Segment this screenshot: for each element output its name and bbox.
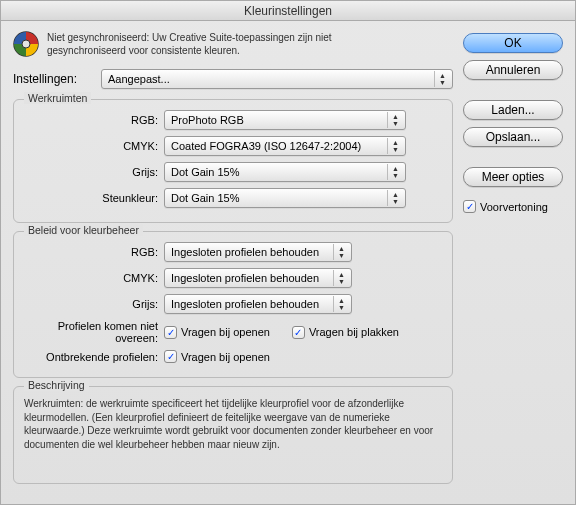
description-fieldset: Beschrijving Werkruimten: de werkruimte … xyxy=(13,386,453,484)
policy-rgb-label: RGB: xyxy=(24,246,158,258)
window-title: Kleurinstellingen xyxy=(1,1,575,21)
policy-cmyk-dropdown[interactable]: Ingesloten profielen behouden▲▼ xyxy=(164,268,352,288)
mismatch-label: Profielen komen niet overeen: xyxy=(24,320,158,344)
checkmark-icon: ✓ xyxy=(164,350,177,363)
left-column: Niet gesynchroniseerd: Uw Creative Suite… xyxy=(13,31,453,492)
checkmark-icon: ✓ xyxy=(292,326,305,339)
cmyk-dropdown[interactable]: Coated FOGRA39 (ISO 12647-2:2004)▲▼ xyxy=(164,136,406,156)
rgb-label: RGB: xyxy=(24,114,158,126)
settings-label: Instellingen: xyxy=(13,72,93,86)
policy-grijs-dropdown[interactable]: Ingesloten profielen behouden▲▼ xyxy=(164,294,352,314)
policy-cmyk-label: CMYK: xyxy=(24,272,158,284)
chevron-updown-icon: ▲▼ xyxy=(333,244,349,260)
policy-rgb-dropdown[interactable]: Ingesloten profielen behouden▲▼ xyxy=(164,242,352,262)
right-column: OK Annuleren Laden... Opslaan... Meer op… xyxy=(463,31,563,492)
policies-fieldset: Beleid voor kleurbeheer RGB: Ingesloten … xyxy=(13,231,453,378)
settings-value: Aangepast... xyxy=(108,73,170,85)
sync-warning: Niet gesynchroniseerd: Uw Creative Suite… xyxy=(13,31,453,59)
workspaces-legend: Werkruimten xyxy=(24,92,91,104)
description-text: Werkruimten: de werkruimte specificeert … xyxy=(24,397,442,451)
warning-text: Niet gesynchroniseerd: Uw Creative Suite… xyxy=(47,31,337,57)
ask-paste-checkbox[interactable]: ✓Vragen bij plakken xyxy=(292,326,399,339)
chevron-updown-icon: ▲▼ xyxy=(434,71,450,87)
cancel-button[interactable]: Annuleren xyxy=(463,60,563,80)
missing-label: Ontbrekende profielen: xyxy=(24,351,158,363)
checkmark-icon: ✓ xyxy=(164,326,177,339)
preview-checkbox[interactable]: ✓Voorvertoning xyxy=(463,200,548,213)
color-settings-dialog: Kleurinstellingen Niet gesynchroniseerd:… xyxy=(0,0,576,505)
chevron-updown-icon: ▲▼ xyxy=(387,112,403,128)
grijs-label: Grijs: xyxy=(24,166,158,178)
warning-icon xyxy=(13,31,39,59)
policies-legend: Beleid voor kleurbeheer xyxy=(24,224,143,236)
description-legend: Beschrijving xyxy=(24,379,89,391)
cmyk-label: CMYK: xyxy=(24,140,158,152)
rgb-dropdown[interactable]: ProPhoto RGB▲▼ xyxy=(164,110,406,130)
ask-open-missing-checkbox[interactable]: ✓Vragen bij openen xyxy=(164,350,270,363)
settings-row: Instellingen: Aangepast... ▲▼ xyxy=(13,69,453,89)
chevron-updown-icon: ▲▼ xyxy=(333,270,349,286)
grijs-dropdown[interactable]: Dot Gain 15%▲▼ xyxy=(164,162,406,182)
load-button[interactable]: Laden... xyxy=(463,100,563,120)
settings-dropdown[interactable]: Aangepast... ▲▼ xyxy=(101,69,453,89)
chevron-updown-icon: ▲▼ xyxy=(387,138,403,154)
workspaces-fieldset: Werkruimten RGB: ProPhoto RGB▲▼ CMYK: Co… xyxy=(13,99,453,223)
ask-open-mismatch-checkbox[interactable]: ✓Vragen bij openen xyxy=(164,326,270,339)
more-options-button[interactable]: Meer opties xyxy=(463,167,563,187)
chevron-updown-icon: ▲▼ xyxy=(387,190,403,206)
chevron-updown-icon: ▲▼ xyxy=(387,164,403,180)
steunkleur-label: Steunkleur: xyxy=(24,192,158,204)
checkmark-icon: ✓ xyxy=(463,200,476,213)
steunkleur-dropdown[interactable]: Dot Gain 15%▲▼ xyxy=(164,188,406,208)
chevron-updown-icon: ▲▼ xyxy=(333,296,349,312)
ok-button[interactable]: OK xyxy=(463,33,563,53)
save-button[interactable]: Opslaan... xyxy=(463,127,563,147)
svg-point-1 xyxy=(22,40,30,48)
content: Niet gesynchroniseerd: Uw Creative Suite… xyxy=(1,21,575,504)
policy-grijs-label: Grijs: xyxy=(24,298,158,310)
